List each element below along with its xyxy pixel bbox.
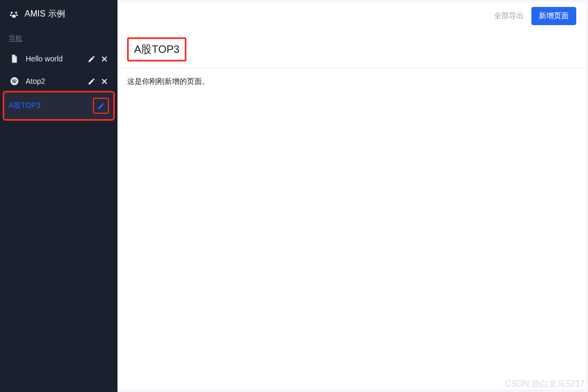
sidebar-item-a-top3[interactable]: A股TOP3: [4, 92, 113, 119]
watermark: CSDN @白龙马5217: [505, 379, 585, 390]
sidebar-item-atop2[interactable]: Atop2: [4, 70, 113, 92]
new-page-button[interactable]: 新增页面: [531, 7, 576, 25]
sidebar-item-actions: [87, 54, 109, 64]
nav-list: Hello world Atop2: [0, 48, 117, 119]
close-icon[interactable]: [99, 54, 109, 64]
file-icon: [9, 53, 20, 65]
svg-point-1: [15, 11, 17, 13]
toolbar: 全部导出 新增页面: [117, 2, 586, 30]
nav-heading: 导航: [0, 28, 117, 48]
content-body: 这是你刚刚新增的页面。: [117, 68, 586, 95]
edit-icon[interactable]: [87, 54, 96, 64]
svg-point-3: [16, 14, 18, 15]
edit-highlight-box: [93, 98, 109, 114]
main-content: 全部导出 新增页面 A股TOP3 这是你刚刚新增的页面。: [117, 2, 586, 390]
sidebar-header: AMIS 示例: [0, 0, 117, 28]
spotify-icon: [9, 75, 20, 87]
edit-icon[interactable]: [96, 101, 106, 111]
sidebar-item-hello-world[interactable]: Hello world: [4, 48, 113, 70]
sidebar-item-actions: [87, 76, 109, 86]
export-all-button[interactable]: 全部导出: [494, 11, 524, 21]
svg-point-2: [10, 14, 12, 15]
edit-icon[interactable]: [87, 76, 96, 86]
sidebar: AMIS 示例 导航 Hello world: [0, 0, 117, 392]
paw-icon: [9, 9, 19, 20]
svg-point-0: [11, 11, 13, 13]
svg-point-4: [12, 14, 15, 18]
sidebar-item-label: A股TOP3: [9, 101, 93, 111]
page-title: A股TOP3: [127, 37, 186, 61]
app-title: AMIS 示例: [25, 9, 65, 20]
app-root: AMIS 示例 导航 Hello world: [0, 0, 588, 392]
content-header: A股TOP3: [117, 30, 586, 68]
sidebar-item-label: Atop2: [26, 77, 87, 85]
sidebar-item-label: Hello world: [26, 54, 87, 63]
close-icon[interactable]: [99, 76, 109, 86]
